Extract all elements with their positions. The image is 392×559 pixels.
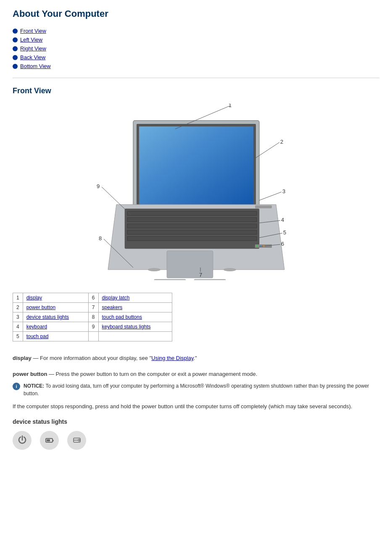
part-num-3: 3	[13, 312, 23, 322]
part-num-7: 7	[88, 303, 98, 312]
power-button-link[interactable]: power button	[26, 304, 55, 310]
part-num-4: 4	[13, 322, 23, 332]
power-button-dash: —	[49, 371, 56, 377]
part-label-7: speakers	[98, 303, 172, 312]
svg-rect-17	[154, 279, 186, 280]
battery-icon	[45, 435, 55, 445]
display-latch-link[interactable]: display latch	[102, 295, 130, 301]
device-icon-hdd	[67, 431, 86, 450]
display-dash: —	[33, 355, 40, 361]
power-button-extra: If the computer stops responding, press …	[13, 402, 379, 411]
using-display-link[interactable]: Using the Display	[151, 355, 193, 361]
part-num-9: 9	[88, 322, 98, 332]
svg-rect-16	[167, 251, 213, 278]
part-num-1: 1	[13, 293, 23, 303]
svg-rect-11	[128, 212, 256, 215]
front-view-title: Front View	[13, 87, 379, 95]
display-desc-text: display — For more information about you…	[13, 354, 379, 362]
svg-point-48	[78, 439, 80, 441]
device-status-link[interactable]: device status lights	[26, 314, 69, 320]
touchpad-link[interactable]: touch pad	[26, 333, 49, 339]
svg-text:3: 3	[282, 188, 285, 194]
part-label-1: display	[23, 293, 88, 303]
toc-link-left-view[interactable]: Left View	[20, 37, 42, 43]
toc-item-left-view: Left View	[13, 37, 379, 43]
part-num-5: 5	[13, 332, 23, 341]
toc-bullet	[13, 64, 18, 69]
section-divider	[13, 78, 379, 78]
table-row: 1 display 6 display latch	[13, 293, 172, 303]
touchpad-buttons-link[interactable]: touch pad buttons	[102, 314, 142, 320]
device-icon-power	[13, 431, 32, 450]
svg-point-21	[260, 245, 261, 247]
svg-text:1: 1	[229, 104, 232, 108]
svg-text:4: 4	[281, 217, 284, 223]
notice-body-text: To avoid losing data, turn off your comp…	[24, 383, 369, 396]
hdd-icon	[72, 435, 82, 445]
power-button-description: power button — Press the power button to…	[13, 370, 379, 411]
part-label-9: keyboard status lights	[98, 322, 172, 332]
device-icons-row	[13, 431, 379, 450]
svg-rect-46	[47, 439, 50, 441]
part-num-8: 8	[88, 312, 98, 322]
toc-item-bottom-view: Bottom View	[13, 63, 379, 69]
power-button-term: power button	[13, 371, 47, 377]
toc-list: Front View Left View Right View Back Vie…	[13, 28, 379, 69]
toc-bullet	[13, 46, 18, 51]
table-row: 5 touch pad	[13, 332, 172, 341]
toc-bullet	[13, 37, 18, 42]
display-text: For more information about your display,…	[40, 355, 151, 361]
svg-rect-18	[194, 279, 226, 280]
svg-text:2: 2	[280, 139, 283, 145]
keyboard-status-link[interactable]: keyboard status lights	[102, 324, 151, 330]
table-row: 3 device status lights 8 touch pad butto…	[13, 312, 172, 322]
power-icon	[17, 435, 27, 445]
svg-text:9: 9	[97, 183, 100, 189]
toc-item-right-view: Right View	[13, 45, 379, 52]
toc-bullet	[13, 29, 18, 34]
laptop-svg: 1 2 3 4 5 6 7 8 9	[91, 104, 301, 280]
svg-text:6: 6	[281, 241, 284, 247]
laptop-diagram: 1 2 3 4 5 6 7 8 9	[91, 104, 301, 280]
svg-rect-12	[128, 218, 256, 221]
part-num-2: 2	[13, 303, 23, 312]
part-label-6: display latch	[98, 293, 172, 303]
toc-link-front-view[interactable]: Front View	[20, 28, 46, 34]
part-num-6: 6	[88, 293, 98, 303]
svg-rect-23	[255, 205, 272, 208]
part-num-empty	[88, 332, 98, 341]
page-title: About Your Computer	[13, 8, 379, 19]
svg-text:5: 5	[283, 229, 286, 236]
display-link[interactable]: display	[26, 295, 42, 301]
keyboard-link[interactable]: keyboard	[26, 324, 47, 330]
toc-link-back-view[interactable]: Back View	[20, 54, 45, 60]
power-button-text: Press the power button to turn on the co…	[56, 371, 258, 377]
svg-point-24	[148, 268, 160, 271]
svg-rect-2	[139, 126, 253, 208]
toc-item-front-view: Front View	[13, 28, 379, 34]
toc-link-bottom-view[interactable]: Bottom View	[20, 63, 51, 69]
toc-bullet	[13, 55, 18, 60]
part-label-5: touch pad	[23, 332, 88, 341]
toc-link-right-view[interactable]: Right View	[20, 45, 46, 52]
part-label-4: keyboard	[23, 322, 88, 332]
table-row: 4 keyboard 9 keyboard status lights	[13, 322, 172, 332]
svg-line-30	[259, 192, 282, 200]
notice-label: NOTICE:	[24, 383, 44, 389]
svg-point-20	[256, 245, 258, 247]
table-row: 2 power button 7 speakers	[13, 303, 172, 312]
notice-box: i NOTICE: To avoid losing data, turn off…	[13, 382, 379, 397]
display-description: display — For more information about you…	[13, 354, 379, 362]
svg-text:8: 8	[99, 235, 102, 241]
part-label-2: power button	[23, 303, 88, 312]
notice-icon: i	[13, 383, 20, 390]
speakers-link[interactable]: speakers	[102, 304, 123, 310]
display-term: display	[13, 355, 32, 361]
notice-text: NOTICE: To avoid losing data, turn off y…	[24, 382, 379, 397]
display-text2: ."	[193, 355, 197, 361]
svg-point-25	[224, 268, 236, 271]
part-label-8: touch pad buttons	[98, 312, 172, 322]
device-icon-battery	[40, 431, 59, 450]
svg-rect-15	[128, 237, 256, 240]
device-status-title: device status lights	[13, 418, 379, 425]
